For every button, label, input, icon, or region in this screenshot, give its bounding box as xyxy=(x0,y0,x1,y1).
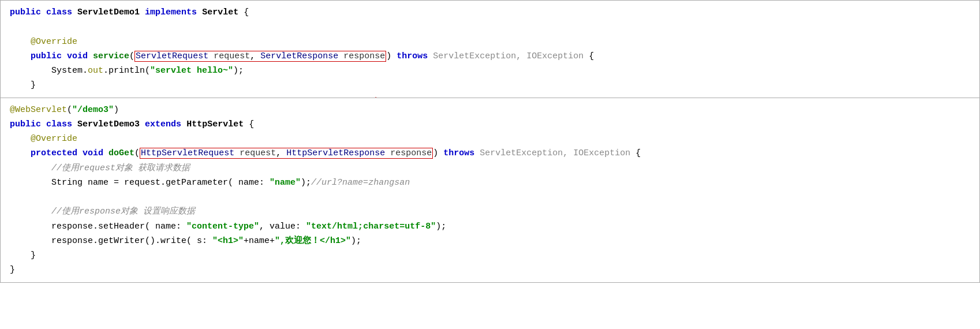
top-line-5: System.out.println("servlet hello~"); xyxy=(1,63,979,78)
bot-line-4: protected void doGet(HttpServletRequest … xyxy=(1,146,979,160)
top-code-panel: public class ServletDemo1 implements Ser… xyxy=(0,0,980,98)
bottom-code-panel: @WebServlet("/demo3") public class Servl… xyxy=(0,98,980,283)
bot-line-1: @WebServlet("/demo3") xyxy=(1,103,979,117)
bot-line-7 xyxy=(1,190,979,204)
bot-line-9: response.setHeader( name: "content-type"… xyxy=(1,219,979,234)
top-line-4: public void service(ServletRequest reque… xyxy=(1,49,979,63)
bot-line-6: String name = request.getParameter( name… xyxy=(1,175,979,190)
top-line-3: @Override xyxy=(1,35,979,49)
bot-line-12: } xyxy=(1,263,979,277)
code-container: public class ServletDemo1 implements Ser… xyxy=(0,0,980,283)
bot-line-3: @Override xyxy=(1,132,979,146)
bot-line-5: //使用request对象 获取请求数据 xyxy=(1,161,979,175)
bot-line-8: //使用response对象 设置响应数据 xyxy=(1,204,979,219)
bot-line-11: } xyxy=(1,248,979,263)
bot-line-10: response.getWriter().write( s: "<h1>"+na… xyxy=(1,234,979,248)
top-line-6: } xyxy=(1,78,979,92)
top-line-2 xyxy=(1,20,979,34)
bot-line-2: public class ServletDemo3 extends HttpSe… xyxy=(1,117,979,132)
top-line-1: public class ServletDemo1 implements Ser… xyxy=(1,5,979,20)
